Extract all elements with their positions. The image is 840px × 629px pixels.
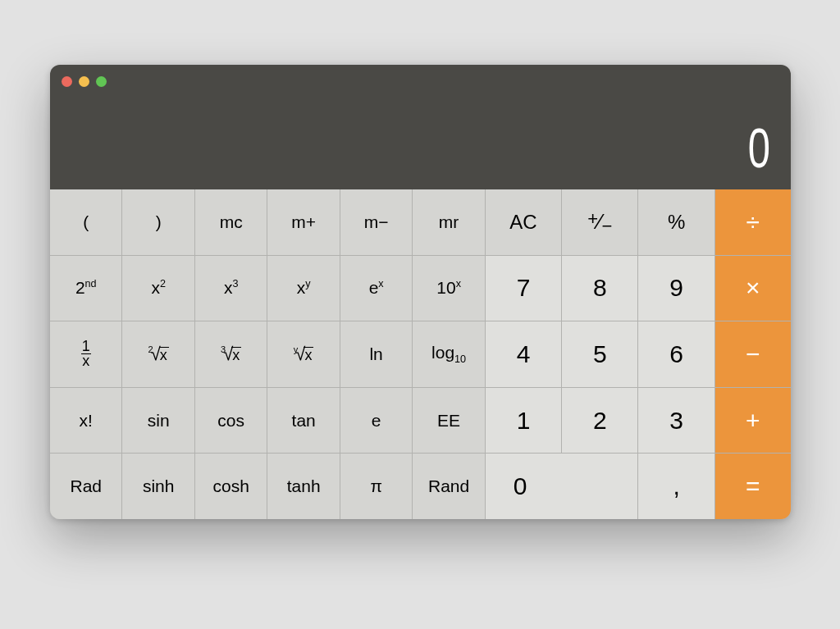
inverse-button[interactable]: 1x <box>50 321 121 387</box>
zoom-icon[interactable] <box>96 76 107 87</box>
calculator-window: 0 ( ) mc m+ m− mr AC +⁄− % ÷ 2nd x2 x3 x… <box>50 65 791 519</box>
tan-button[interactable]: tan <box>267 388 339 454</box>
rand-button[interactable]: Rand <box>413 454 484 519</box>
yroot-button[interactable]: y√x <box>267 321 339 387</box>
tanh-button[interactable]: tanh <box>267 454 339 519</box>
second-button[interactable]: 2nd <box>50 256 121 321</box>
ac-button[interactable]: AC <box>486 189 561 255</box>
zero-button[interactable]: 0 <box>486 454 638 519</box>
percent-button[interactable]: % <box>638 189 714 255</box>
six-button[interactable]: 6 <box>638 321 714 387</box>
plus-minus-plus: + <box>587 208 598 229</box>
plus-button[interactable]: + <box>715 388 791 454</box>
lparen-button[interactable]: ( <box>50 189 121 255</box>
mminus-button[interactable]: m− <box>340 189 412 255</box>
rad-button[interactable]: Rad <box>50 454 121 519</box>
x-squared-button[interactable]: x2 <box>122 256 194 321</box>
e-button[interactable]: e <box>340 388 412 454</box>
window-controls <box>62 76 107 87</box>
decimal-button[interactable]: , <box>638 454 714 519</box>
display-value: 0 <box>748 116 771 180</box>
minus-button[interactable]: − <box>715 321 791 387</box>
log10-button[interactable]: log10 <box>413 321 484 387</box>
keypad: ( ) mc m+ m− mr AC +⁄− % ÷ 2nd x2 x3 xy … <box>50 189 791 519</box>
cosh-button[interactable]: cosh <box>195 454 267 519</box>
mc-button[interactable]: mc <box>195 189 267 255</box>
nine-button[interactable]: 9 <box>638 256 714 321</box>
eight-button[interactable]: 8 <box>562 256 637 321</box>
cos-button[interactable]: cos <box>195 388 267 454</box>
minimize-icon[interactable] <box>79 76 89 87</box>
plus-minus-minus: − <box>601 216 612 236</box>
factorial-button[interactable]: x! <box>50 388 121 454</box>
mplus-button[interactable]: m+ <box>267 189 339 255</box>
sqrt-button[interactable]: 2√x <box>122 321 194 387</box>
mr-button[interactable]: mr <box>413 189 484 255</box>
four-button[interactable]: 4 <box>486 321 561 387</box>
multiply-button[interactable]: × <box>715 256 791 321</box>
ln-button[interactable]: ln <box>340 321 412 387</box>
cbrt-button[interactable]: 3√x <box>195 321 267 387</box>
equals-button[interactable]: = <box>715 454 791 519</box>
x-cubed-button[interactable]: x3 <box>195 256 267 321</box>
pi-button[interactable]: π <box>340 454 412 519</box>
titlebar: 0 <box>50 65 791 189</box>
one-button[interactable]: 1 <box>486 388 561 454</box>
two-button[interactable]: 2 <box>562 388 637 454</box>
rparen-button[interactable]: ) <box>122 189 194 255</box>
three-button[interactable]: 3 <box>638 388 714 454</box>
ten-pow-x-button[interactable]: 10x <box>413 256 484 321</box>
five-button[interactable]: 5 <box>562 321 637 387</box>
close-icon[interactable] <box>62 76 72 87</box>
x-pow-y-button[interactable]: xy <box>267 256 339 321</box>
plus-minus-button[interactable]: +⁄− <box>562 189 637 255</box>
sinh-button[interactable]: sinh <box>122 454 194 519</box>
ee-button[interactable]: EE <box>413 388 484 454</box>
divide-button[interactable]: ÷ <box>715 189 791 255</box>
sin-button[interactable]: sin <box>122 388 194 454</box>
seven-button[interactable]: 7 <box>486 256 561 321</box>
e-pow-x-button[interactable]: ex <box>340 256 412 321</box>
